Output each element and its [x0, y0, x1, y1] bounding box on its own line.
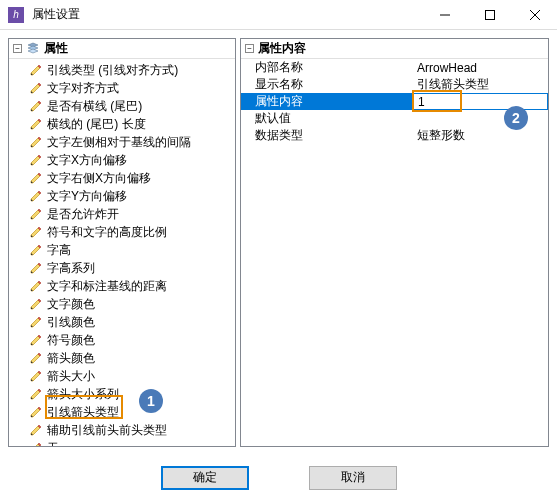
tree-item[interactable]: 文字颜色	[29, 295, 235, 313]
window-title: 属性设置	[32, 6, 422, 23]
tree-item[interactable]: 箭头大小系列	[29, 385, 235, 403]
minimize-button[interactable]	[422, 0, 467, 29]
tree-item[interactable]: 文字和标注基线的距离	[29, 277, 235, 295]
pencil-icon	[29, 243, 43, 257]
property-row[interactable]: 内部名称ArrowHead	[241, 59, 548, 76]
properties-panel-header: − 属性	[9, 39, 235, 59]
pencil-icon	[29, 225, 43, 239]
tree-item[interactable]: 引线颜色	[29, 313, 235, 331]
tree-item[interactable]: 符号和文字的高度比例	[29, 223, 235, 241]
close-button[interactable]	[512, 0, 557, 29]
tree-item[interactable]: 横线的 (尾巴) 长度	[29, 115, 235, 133]
properties-tree-scroll[interactable]: 引线类型 (引线对齐方式)文字对齐方式是否有横线 (尾巴)横线的 (尾巴) 长度…	[9, 59, 235, 446]
property-value: ArrowHead	[413, 61, 548, 75]
pencil-icon	[29, 207, 43, 221]
tree-item-label: 箭头大小	[47, 368, 95, 385]
pencil-icon	[29, 279, 43, 293]
tree-item[interactable]: 文字左侧相对于基线的间隔	[29, 133, 235, 151]
tree-item-label: 箭头大小系列	[47, 386, 119, 403]
tree-item-label: 是否允许炸开	[47, 206, 119, 223]
pencil-icon	[29, 333, 43, 347]
tree-item[interactable]: 文字右侧X方向偏移	[29, 169, 235, 187]
property-name: 属性内容	[241, 93, 413, 110]
tree-item-label: 文字Y方向偏移	[47, 188, 127, 205]
content-area: − 属性 引线类型 (引线对齐方式)文字对齐方式是否有横线 (尾巴)横线的 (尾…	[0, 30, 557, 455]
cancel-button[interactable]: 取消	[309, 466, 397, 490]
tree-item[interactable]: 箭头颜色	[29, 349, 235, 367]
tree-item[interactable]: 字高系列	[29, 259, 235, 277]
pencil-icon	[29, 81, 43, 95]
property-content-header: − 属性内容	[241, 39, 548, 59]
pencil-icon	[29, 441, 43, 446]
tree-item[interactable]: 是否允许炸开	[29, 205, 235, 223]
property-name: 数据类型	[241, 127, 413, 144]
pencil-icon	[29, 387, 43, 401]
pencil-icon	[29, 153, 43, 167]
property-content-panel: − 属性内容 内部名称ArrowHead显示名称引线箭头类型属性内容1默认值数据…	[240, 38, 549, 447]
minimize-icon	[440, 10, 450, 20]
pencil-icon	[29, 315, 43, 329]
tree-item-label: 文字右侧X方向偏移	[47, 170, 151, 187]
collapse-icon[interactable]: −	[245, 44, 254, 53]
property-name: 内部名称	[241, 59, 413, 76]
tree-item[interactable]: 箭头大小	[29, 367, 235, 385]
tree-item-label: 文字对齐方式	[47, 80, 119, 97]
tree-item-label: 文字和标注基线的距离	[47, 278, 167, 295]
tree-item-label: 符号和文字的高度比例	[47, 224, 167, 241]
tree-item-label: 引线类型 (引线对齐方式)	[47, 62, 178, 79]
tree-item[interactable]: 文字对齐方式	[29, 79, 235, 97]
property-name: 显示名称	[241, 76, 413, 93]
property-value: 引线箭头类型	[413, 76, 548, 93]
property-row[interactable]: 数据类型短整形数	[241, 127, 548, 144]
tree-item-label: 是否有横线 (尾巴)	[47, 98, 142, 115]
app-icon: h	[8, 7, 24, 23]
tree-item[interactable]: 引线类型 (引线对齐方式)	[29, 61, 235, 79]
tree-item[interactable]: 辅助引线前头前头类型	[29, 421, 235, 439]
tree-item-label: 引线颜色	[47, 314, 95, 331]
property-content-title: 属性内容	[258, 40, 306, 57]
ok-button[interactable]: 确定	[161, 466, 249, 490]
properties-panel: − 属性 引线类型 (引线对齐方式)文字对齐方式是否有横线 (尾巴)横线的 (尾…	[8, 38, 236, 447]
tree-item[interactable]: 文字Y方向偏移	[29, 187, 235, 205]
pencil-icon	[29, 261, 43, 275]
tree-item[interactable]: 无	[29, 439, 235, 446]
pencil-icon	[29, 171, 43, 185]
properties-panel-title: 属性	[44, 40, 68, 57]
tree-item[interactable]: 字高	[29, 241, 235, 259]
pencil-icon	[29, 297, 43, 311]
tree-item[interactable]: 文字X方向偏移	[29, 151, 235, 169]
pencil-icon	[29, 405, 43, 419]
property-row[interactable]: 默认值	[241, 110, 548, 127]
pencil-icon	[29, 189, 43, 203]
pencil-icon	[29, 369, 43, 383]
pencil-icon	[29, 351, 43, 365]
tree-item-label: 引线箭头类型	[47, 404, 119, 421]
pencil-icon	[29, 63, 43, 77]
tree-item-label: 文字X方向偏移	[47, 152, 127, 169]
pencil-icon	[29, 135, 43, 149]
property-content-list: 内部名称ArrowHead显示名称引线箭头类型属性内容1默认值数据类型短整形数	[241, 59, 548, 446]
tree-item-label: 字高	[47, 242, 71, 259]
tree-item[interactable]: 符号颜色	[29, 331, 235, 349]
tree-item-label: 文字左侧相对于基线的间隔	[47, 134, 191, 151]
tree-item-label: 横线的 (尾巴) 长度	[47, 116, 146, 133]
properties-tree: 引线类型 (引线对齐方式)文字对齐方式是否有横线 (尾巴)横线的 (尾巴) 长度…	[9, 59, 235, 446]
tree-item[interactable]: 引线箭头类型	[29, 403, 235, 421]
titlebar: h 属性设置	[0, 0, 557, 30]
tree-item-label: 箭头颜色	[47, 350, 95, 367]
property-value[interactable]: 1	[413, 93, 548, 110]
property-row[interactable]: 显示名称引线箭头类型	[241, 76, 548, 93]
property-name: 默认值	[241, 110, 413, 127]
tree-item-label: 符号颜色	[47, 332, 95, 349]
tree-item-label: 文字颜色	[47, 296, 95, 313]
button-bar: 确定 取消	[0, 455, 557, 500]
collapse-icon[interactable]: −	[13, 44, 22, 53]
pencil-icon	[29, 117, 43, 131]
svg-rect-1	[485, 10, 494, 19]
property-row[interactable]: 属性内容1	[241, 93, 548, 110]
stack-icon	[26, 42, 40, 56]
tree-item-label: 辅助引线前头前头类型	[47, 422, 167, 439]
maximize-button[interactable]	[467, 0, 512, 29]
tree-item-label: 无	[47, 440, 59, 447]
tree-item[interactable]: 是否有横线 (尾巴)	[29, 97, 235, 115]
